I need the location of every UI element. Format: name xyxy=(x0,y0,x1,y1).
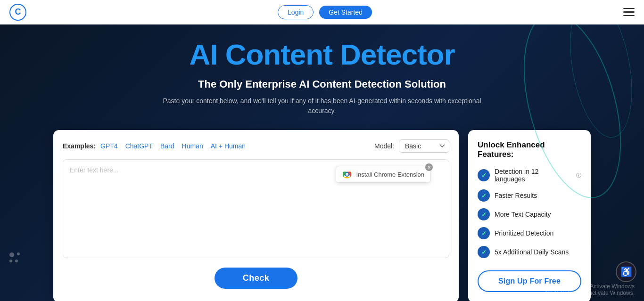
features-title: Unlock Enhanced Features: xyxy=(478,140,581,159)
examples-links: GPT4 ChatGPT Bard Human AI + Human xyxy=(100,142,246,150)
svg-point-2 xyxy=(346,173,348,176)
navbar: C Login Get Started xyxy=(0,0,644,24)
logo[interactable]: C xyxy=(9,4,26,21)
dot xyxy=(17,252,20,255)
navbar-actions: Login Get Started xyxy=(278,5,372,19)
accessibility-icon: ♿ xyxy=(620,266,632,277)
decorative-left-dots xyxy=(9,252,20,265)
feature-item-1: Detection in 12 languages ⓘ xyxy=(478,168,581,183)
feature-check-icon-4 xyxy=(478,227,490,239)
example-human[interactable]: Human xyxy=(182,142,203,150)
examples-row: Examples: GPT4 ChatGPT Bard Human AI + H… xyxy=(63,139,449,153)
chrome-extension-badge[interactable]: ✕ Install Chrome Extension xyxy=(336,166,430,183)
text-area-wrapper: ✕ Install Chrome Extension xyxy=(63,159,449,260)
feature-check-icon-1 xyxy=(478,169,490,181)
example-gpt4[interactable]: GPT4 xyxy=(100,142,118,150)
model-selector-row: Model: Basic Advanced xyxy=(374,139,449,153)
get-started-button[interactable]: Get Started xyxy=(319,6,372,19)
example-bard[interactable]: Bard xyxy=(160,142,174,150)
examples-left: Examples: GPT4 ChatGPT Bard Human AI + H… xyxy=(63,142,246,150)
model-label: Model: xyxy=(374,142,394,150)
feature-label-5: 5x Additional Daily Scans xyxy=(495,248,569,256)
examples-label: Examples: xyxy=(63,142,96,150)
model-select[interactable]: Basic Advanced xyxy=(399,139,449,153)
detector-card: Examples: GPT4 ChatGPT Bard Human AI + H… xyxy=(53,130,459,301)
feature-item-5: 5x Additional Daily Scans xyxy=(478,246,581,258)
example-ai-human[interactable]: AI + Human xyxy=(211,142,246,150)
chrome-icon xyxy=(342,169,352,179)
chrome-extension-label: Install Chrome Extension xyxy=(356,171,424,178)
signup-button[interactable]: Sign Up For Free xyxy=(478,270,581,292)
menu-bar-2 xyxy=(623,11,635,13)
check-button[interactable]: Check xyxy=(215,268,298,289)
feature-item-3: More Text Capacity xyxy=(478,208,581,220)
login-button[interactable]: Login xyxy=(278,5,314,19)
dot xyxy=(15,260,18,262)
hero-subtitle: The Only Enterprise AI Content Detection… xyxy=(9,78,635,90)
feature-info-icon-1[interactable]: ⓘ xyxy=(576,172,581,179)
features-card: Unlock Enhanced Features: Detection in 1… xyxy=(468,130,591,301)
hero-title: AI Content Detector xyxy=(9,39,635,71)
check-button-row: Check xyxy=(63,268,449,289)
dot xyxy=(9,260,12,262)
feature-label-3: More Text Capacity xyxy=(495,211,551,218)
feature-item-4: Prioritized Detection xyxy=(478,227,581,239)
main-content-area: Examples: GPT4 ChatGPT Bard Human AI + H… xyxy=(53,130,591,301)
feature-check-icon-2 xyxy=(478,189,490,202)
menu-bar-3 xyxy=(623,15,635,16)
dot xyxy=(9,252,14,257)
feature-label-2: Faster Results xyxy=(495,192,537,199)
feature-label-1: Detection in 12 languages xyxy=(495,168,570,183)
logo-text: C xyxy=(15,7,21,17)
menu-bar-1 xyxy=(623,8,635,9)
hero-description: Paste your content below, and we'll tell… xyxy=(162,96,482,116)
accessibility-button[interactable]: ♿ xyxy=(616,261,636,282)
hamburger-menu[interactable] xyxy=(623,8,635,16)
hero-section: AI Content Detector The Only Enterprise … xyxy=(0,24,644,301)
example-chatgpt[interactable]: ChatGPT xyxy=(125,142,153,150)
feature-check-icon-3 xyxy=(478,208,490,220)
feature-check-icon-5 xyxy=(478,246,490,258)
feature-item-2: Faster Results xyxy=(478,189,581,202)
feature-label-4: Prioritized Detection xyxy=(495,229,553,237)
